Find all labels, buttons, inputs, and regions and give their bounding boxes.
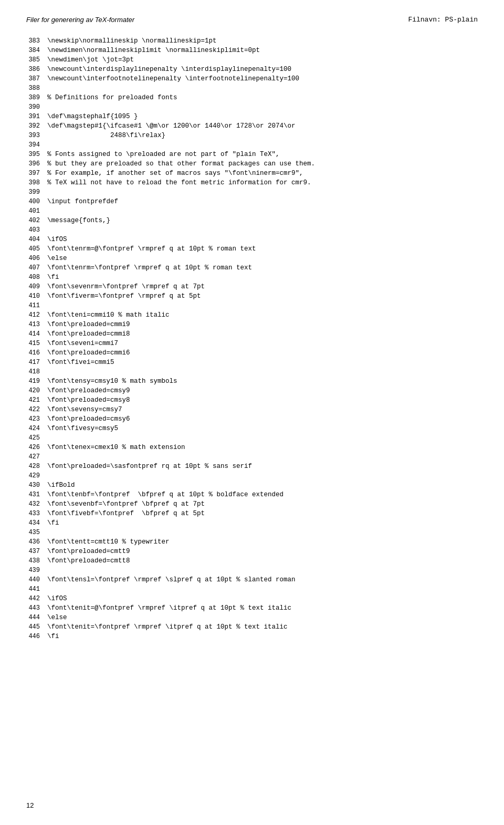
line-number: 399 [26,187,47,197]
code-line: 388 [26,83,478,93]
header-title: Filer for generering av TeX-formater [26,16,134,24]
line-content: % TeX will not have to reload the font m… [47,178,478,187]
line-content: \input fontprefdef [47,197,478,206]
line-content: % Fonts assigned to \preloaded are not p… [47,150,478,159]
code-line: 394 [26,140,478,150]
line-content: \font\preloaded=cmtt9 [47,547,478,556]
line-content: \fi [47,632,478,641]
line-number: 410 [26,291,47,301]
code-line: 429 [26,471,478,481]
code-line: 412\font\teni=cmmi10 % math italic [26,310,478,320]
line-number: 439 [26,566,47,575]
line-number: 426 [26,443,47,452]
code-line: 392\def\magstep#1{\ifcase#1 \@m\or 1200\… [26,121,478,131]
line-number: 418 [26,367,47,377]
line-content: \def\magstephalf{1095 } [47,112,478,121]
code-line: 416\font\preloaded=cmmi6 [26,348,478,358]
line-content: \font\preloaded=cmmi8 [47,329,478,339]
line-content: \def\magstep#1{\ifcase#1 \@m\or 1200\or … [47,121,478,131]
line-content: \font\preloaded=cmsy6 [47,414,478,424]
page-container: Filer for generering av TeX-formater Fil… [0,0,504,825]
line-content: \message{fonts,} [47,216,478,225]
line-number: 387 [26,74,47,83]
line-number: 397 [26,169,47,178]
code-line: 398% TeX will not have to reload the fon… [26,178,478,187]
code-line: 390 [26,102,478,112]
line-number: 441 [26,584,47,594]
code-line: 400\input fontprefdef [26,197,478,206]
line-content: \ifBold [47,481,478,490]
line-number: 414 [26,329,47,339]
code-line: 414\font\preloaded=cmmi8 [26,329,478,339]
line-content: \fi [47,518,478,528]
code-line: 384\newdimen\normallineskiplimit \normal… [26,46,478,55]
line-content: \font\teni=cmmi10 % math italic [47,310,478,320]
line-number: 434 [26,518,47,528]
code-area: 383\newskip\normallineskip \normallinesk… [26,36,478,641]
line-number: 412 [26,310,47,320]
code-line: 413\font\preloaded=cmmi9 [26,320,478,329]
code-line: 426\font\tenex=cmex10 % math extension [26,443,478,452]
line-content: \else [47,254,478,263]
line-number: 422 [26,405,47,414]
line-content: \ifOS [47,594,478,603]
code-line: 404\ifOS [26,235,478,244]
line-number: 390 [26,102,47,112]
line-number: 435 [26,528,47,537]
line-number: 389 [26,93,47,102]
line-number: 400 [26,197,47,206]
line-content: \font\tentt=cmtt10 % typewriter [47,537,478,547]
code-line: 408\fi [26,273,478,282]
line-content: \font\preloaded=cmmi9 [47,320,478,329]
line-content: \font\sevenbf=\fontpref \bfpref q at 7pt [47,499,478,509]
line-number: 446 [26,632,47,641]
line-content: 2488\fi\relax} [47,131,478,140]
header-filename: Filnavn: PS-plain [408,16,478,24]
code-line: 393 2488\fi\relax} [26,131,478,140]
line-number: 429 [26,471,47,481]
line-number: 402 [26,216,47,225]
code-line: 385\newdimen\jot \jot=3pt [26,55,478,65]
line-number: 416 [26,348,47,358]
code-line: 403 [26,225,478,235]
line-content: \font\tenit=\fontpref \rmpref \itpref q … [47,622,478,632]
code-line: 423\font\preloaded=cmsy6 [26,414,478,424]
line-content: \font\fivesy=cmsy5 [47,424,478,433]
code-line: 425 [26,433,478,443]
line-content: \else [47,613,478,622]
line-number: 433 [26,509,47,518]
code-line: 422\font\sevensy=cmsy7 [26,405,478,414]
line-content: \newcount\interdisplaylinepenalty \inter… [47,65,478,74]
line-number: 406 [26,254,47,263]
code-line: 434\fi [26,518,478,528]
code-line: 430\ifBold [26,481,478,490]
code-line: 395% Fonts assigned to \preloaded are no… [26,150,478,159]
code-line: 446\fi [26,632,478,641]
code-line: 396% but they are preloaded so that othe… [26,159,478,169]
code-line: 397% For example, if another set of macr… [26,169,478,178]
line-number: 427 [26,452,47,462]
line-number: 428 [26,462,47,471]
line-content: \font\preloaded=cmsy9 [47,386,478,395]
code-line: 415\font\seveni=cmmi7 [26,339,478,348]
line-content: \font\preloaded=cmsy8 [47,395,478,405]
line-content: \font\preloaded=cmtt8 [47,556,478,566]
line-number: 394 [26,140,47,150]
line-number: 409 [26,282,47,291]
code-line: 410\font\fiverm=\fontpref \rmpref q at 5… [26,291,478,301]
line-content: \newskip\normallineskip \normallineskip=… [47,36,478,46]
page-number: 12 [26,801,34,809]
code-line: 437\font\preloaded=cmtt9 [26,547,478,556]
line-number: 431 [26,490,47,499]
line-number: 417 [26,358,47,367]
code-line: 387\newcount\interfootnotelinepenalty \i… [26,74,478,83]
line-number: 395 [26,150,47,159]
code-line: 419\font\tensy=cmsy10 % math symbols [26,377,478,386]
line-content: % Definitions for preloaded fonts [47,93,478,102]
code-line: 386\newcount\interdisplaylinepenalty \in… [26,65,478,74]
line-number: 398 [26,178,47,187]
line-number: 436 [26,537,47,547]
line-number: 442 [26,594,47,603]
line-content: \font\tensl=\fontpref \rmpref \slpref q … [47,575,478,584]
code-line: 402\message{fonts,} [26,216,478,225]
